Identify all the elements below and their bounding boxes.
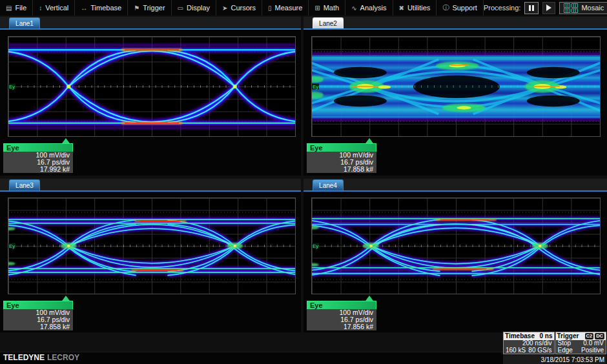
menu-item-trigger[interactable]: ⚑Trigger [128,0,171,15]
eye-descriptor-lane1[interactable]: Eye 100 mV/div 16.7 ps/div 17.992 k# [3,143,73,173]
trigger-position-marker[interactable] [62,296,70,301]
trigger-position-marker[interactable] [62,138,70,143]
menu-label: Vertical [45,4,68,12]
descriptor-count: 17.992 k# [3,166,73,173]
tabbar-lane1: Lane1 [0,17,301,30]
timebase-icon: ↔ [81,5,87,12]
trigger-source-badge: C2 [585,333,594,339]
menu-label: Utilities [407,4,430,12]
menu-item-display[interactable]: ▭Display [172,0,217,15]
menu-item-utilities[interactable]: ✖Utilities [393,0,437,15]
trigger-slope: Positive [581,347,604,354]
tabbar-lane2: Lane2 [304,17,607,30]
eye-descriptor-lane3[interactable]: Eye 100 mV/div 16.7 ps/div 17.858 k# [3,301,73,330]
cursors-icon: ➤ [222,5,227,12]
trigger-summary-box[interactable]: Trigger C2 DC Stop 0.0 mV Edge Positive [555,332,607,354]
trigger-level: 0.0 mV [583,340,604,347]
menu-label: File [15,4,26,12]
menu-item-analysis[interactable]: ∿Analysis [345,0,393,15]
menu-label: Analysis [360,4,387,12]
menu-item-support[interactable]: ⓘSupport [437,0,484,15]
menu-label: Trigger [143,4,165,12]
menu-item-measure[interactable]: ▯Measure [262,0,309,15]
trigger-mode: Stop [558,340,571,347]
timebase-rate: 80 GS/s [528,347,551,354]
menu-item-cursors[interactable]: ➤Cursors [216,0,262,15]
processing-controls: Processing: Mosaic Default: Undo ↶ [484,1,607,15]
graticule-lane1[interactable]: Ey [8,36,296,137]
mosaic-label: Mosaic [581,4,604,12]
measure-icon: ▯ [268,5,272,12]
menu-label: Display [187,4,210,12]
pause-button[interactable] [524,2,539,14]
graticule-lane2[interactable]: Ey [311,36,601,137]
vertical-icon: ↕ [39,5,42,12]
tab-lane4[interactable]: Lane4 [313,179,344,190]
panel-lane1: Lane1 Ey E [0,17,301,176]
tabbar-lane3: Lane3 [0,179,301,192]
processing-label: Processing: [484,4,520,12]
tabbar-lane4: Lane4 [304,179,607,192]
axis-label-lane4: Ey [312,243,319,249]
axis-label-lane1: Ey [8,84,15,90]
menu-item-vertical[interactable]: ↕Vertical [33,0,75,15]
eye-descriptor-lane4[interactable]: Eye 100 mV/div 16.7 ps/div 17.856 k# [307,301,376,330]
panel-lane2: Lane2 [304,17,607,176]
tab-lane2[interactable]: Lane2 [313,17,344,28]
menu-item-math[interactable]: ⊞Math [309,0,345,15]
play-button[interactable] [542,2,555,14]
axis-label-lane3: Ey [8,243,15,249]
file-icon: ▤ [6,5,12,12]
tab-lane3[interactable]: Lane3 [9,179,40,190]
timebase-summary-box[interactable]: Timebase 0 ns 200 ns/div 160 kS 80 GS/s [503,332,555,354]
eye-descriptor-lane2[interactable]: Eye 100 mV/div 16.7 ps/div 17.858 k# [307,143,376,173]
analysis-icon: ∿ [351,5,356,12]
support-icon: ⓘ [442,3,449,12]
tab-lane1[interactable]: Lane1 [9,17,40,28]
menu-label: Timebase [90,4,121,12]
teledyne-lecroy-logo: TELEDYNELECROY [3,353,79,362]
status-area: Timebase 0 ns 200 ns/div 160 kS 80 GS/s … [503,332,606,364]
mosaic-display-selector[interactable]: Mosaic [559,2,607,14]
graticule-lane3[interactable]: Ey [8,197,296,294]
trigger-type: Edge [558,347,573,354]
menu-label: Cursors [231,4,256,12]
eye-diagram-lane4 [312,198,600,294]
descriptor-count: 17.856 k# [307,323,376,330]
menu-label: Math [324,4,339,12]
panel-lane3: Lane3 [0,179,301,332]
menu-label: Support [452,4,477,12]
eye-diagram-lane2 [312,37,600,136]
menu-label: Measure [275,4,303,12]
trigger-position-marker[interactable] [365,296,373,301]
logo-secondary: LECROY [47,353,79,362]
timebase-samples: 160 kS [506,347,526,354]
panel-lane4: Lane4 [304,179,607,332]
trigger-icon: ⚑ [134,5,139,12]
trigger-position-marker[interactable] [365,138,373,143]
menu-item-timebase[interactable]: ↔Timebase [75,0,128,15]
eye-diagram-lane3 [8,198,295,294]
axis-label-lane2: Ey [312,84,319,90]
descriptor-count: 17.858 k# [3,323,73,330]
descriptor-count: 17.858 k# [307,166,376,173]
datetime: 3/18/2015 7:03:53 PM [503,355,606,364]
menu-bar: ▤File ↕Vertical ↔Timebase ⚑Trigger ▭Disp… [0,0,607,15]
timebase-tdiv: 200 ns/div [522,340,552,347]
math-icon: ⊞ [314,5,320,12]
utilities-icon: ✖ [399,5,404,12]
display-icon: ▭ [178,5,183,12]
graticule-lane4[interactable]: Ey [311,197,601,294]
eye-diagram-lane1 [8,37,295,136]
logo-primary: TELEDYNE [3,353,45,362]
menu-item-file[interactable]: ▤File [0,0,33,15]
mosaic-grid-icon [564,3,578,13]
trigger-coupling-badge: DC [595,333,604,339]
